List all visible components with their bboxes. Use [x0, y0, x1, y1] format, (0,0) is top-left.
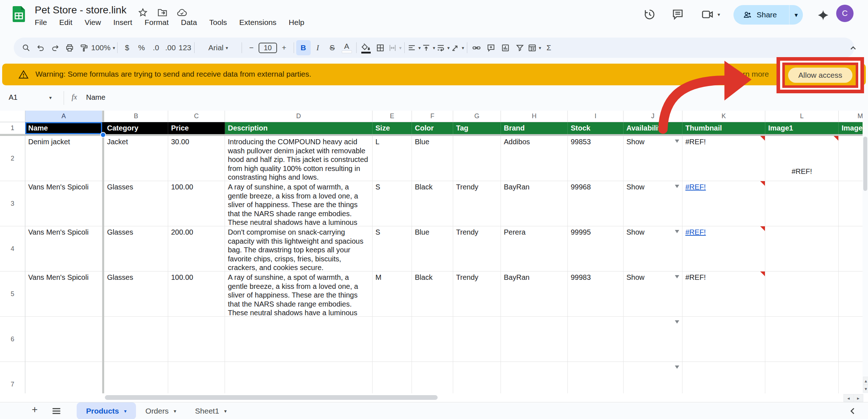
- cell-F5[interactable]: Black: [412, 272, 453, 317]
- header-cell-color[interactable]: Color: [412, 122, 453, 134]
- cell-C3[interactable]: 100.00: [168, 181, 225, 226]
- cell-G2[interactable]: [453, 136, 501, 181]
- vertical-scrollbar[interactable]: [863, 111, 868, 393]
- header-cell-image1[interactable]: Image1: [765, 122, 839, 134]
- merge-cells-button[interactable]: ▾: [388, 40, 402, 55]
- cell-H4[interactable]: Perera: [501, 226, 568, 272]
- cell-B6[interactable]: [104, 317, 168, 362]
- menu-tools[interactable]: Tools: [209, 18, 227, 27]
- borders-button[interactable]: [373, 40, 388, 55]
- text-color-button[interactable]: A: [340, 40, 354, 55]
- vertical-scrollbar-thumb[interactable]: [863, 137, 867, 191]
- grid-corner[interactable]: [0, 111, 25, 122]
- horizontal-scrollbar[interactable]: [0, 393, 868, 402]
- cell-M2[interactable]: [839, 136, 863, 181]
- cell-E6[interactable]: [373, 317, 412, 362]
- cell-J7[interactable]: [624, 362, 682, 393]
- cell-F2[interactable]: Blue: [412, 136, 453, 181]
- fill-color-button[interactable]: [359, 40, 373, 55]
- cell-M4[interactable]: [839, 226, 863, 272]
- horizontal-scrollbar-thumb[interactable]: [105, 395, 438, 400]
- menu-view[interactable]: View: [85, 18, 101, 27]
- sheets-logo-icon[interactable]: [10, 5, 27, 27]
- header-cell-availability[interactable]: Availability: [624, 122, 682, 134]
- menu-extensions[interactable]: Extensions: [239, 18, 277, 27]
- insert-chart-button[interactable]: [498, 40, 513, 55]
- meet-camera-icon[interactable]: [701, 8, 714, 21]
- header-cell-category[interactable]: Category: [104, 122, 168, 134]
- row-header-1[interactable]: 1: [0, 122, 25, 134]
- cell-D6[interactable]: [225, 317, 373, 362]
- column-header-M[interactable]: M: [839, 111, 863, 122]
- header-cell-brand[interactable]: Brand: [501, 122, 568, 134]
- header-cell-stock[interactable]: Stock: [568, 122, 624, 134]
- font-size-button[interactable]: 10: [259, 40, 277, 55]
- cell-E4[interactable]: S: [373, 226, 412, 272]
- move-to-folder-icon[interactable]: [157, 7, 168, 18]
- italic-button[interactable]: I: [311, 40, 325, 55]
- cell-F6[interactable]: [412, 317, 453, 362]
- cell-A6[interactable]: [25, 317, 102, 362]
- column-header-I[interactable]: I: [568, 111, 624, 122]
- search-button[interactable]: [19, 40, 33, 55]
- header-cell-name[interactable]: Name: [25, 122, 102, 134]
- menu-edit[interactable]: Edit: [59, 18, 72, 27]
- allow-access-button[interactable]: Allow access: [788, 68, 852, 83]
- row-header-4[interactable]: 4: [0, 226, 25, 272]
- formula-bar-value[interactable]: Name: [86, 93, 105, 102]
- collapse-toolbar-icon[interactable]: [848, 43, 859, 54]
- cell-D2[interactable]: Introducing the COMPOUND heavy acid wash…: [225, 136, 373, 181]
- cell-E7[interactable]: [373, 362, 412, 393]
- cell-E5[interactable]: M: [373, 272, 412, 317]
- cell-C2[interactable]: 30.00: [168, 136, 225, 181]
- menu-format[interactable]: Format: [145, 18, 169, 27]
- decrease-font-size-button[interactable]: −: [244, 40, 259, 55]
- row-header-7[interactable]: 7: [0, 362, 25, 393]
- header-cell-image2[interactable]: Image2: [839, 122, 863, 134]
- column-header-D[interactable]: D: [225, 111, 373, 122]
- cell-B7[interactable]: [104, 362, 168, 393]
- cell-M5[interactable]: [839, 272, 863, 317]
- scroll-right-button[interactable]: ▸: [853, 394, 863, 402]
- cell-M7[interactable]: [839, 362, 863, 393]
- insert-comment-button[interactable]: [484, 40, 498, 55]
- star-icon[interactable]: [137, 7, 148, 18]
- sheet-tab-sheet1[interactable]: Sheet1▾: [186, 402, 236, 419]
- decrease-decimals-button[interactable]: .0: [149, 40, 163, 55]
- name-box-caret[interactable]: ▾: [49, 95, 52, 101]
- functions-button[interactable]: Σ: [542, 40, 556, 55]
- availability-dropdown-caret[interactable]: [675, 185, 679, 188]
- cell-E2[interactable]: L: [373, 136, 412, 181]
- table-views-button[interactable]: ▾: [527, 40, 542, 55]
- undo-button[interactable]: [33, 40, 48, 55]
- version-history-icon[interactable]: [643, 8, 656, 21]
- insert-link-button[interactable]: [469, 40, 484, 55]
- font-family-button[interactable]: Arial▾: [197, 40, 239, 55]
- cell-F4[interactable]: Blue: [412, 226, 453, 272]
- zoom-button[interactable]: 100%▾: [91, 40, 115, 55]
- cell-K6[interactable]: [682, 317, 765, 362]
- row-header-2[interactable]: 2: [0, 136, 25, 181]
- menu-insert[interactable]: Insert: [113, 18, 132, 27]
- cell-B5[interactable]: Glasses: [104, 272, 168, 317]
- header-cell-description[interactable]: Description: [225, 122, 373, 134]
- ref-error-link[interactable]: #REF!: [685, 228, 706, 236]
- share-button[interactable]: Share ▼: [733, 5, 803, 25]
- cell-F3[interactable]: Black: [412, 181, 453, 226]
- scroll-up-button[interactable]: ▴: [863, 377, 868, 385]
- cell-M3[interactable]: [839, 181, 863, 226]
- cell-K3[interactable]: #REF!: [682, 181, 765, 226]
- cell-C6[interactable]: [168, 317, 225, 362]
- format-currency-button[interactable]: $: [120, 40, 134, 55]
- cell-J5[interactable]: Show: [624, 272, 682, 317]
- increase-decimals-button[interactable]: .00: [163, 40, 178, 55]
- add-sheet-button[interactable]: +: [28, 404, 41, 415]
- sheet-tab-caret[interactable]: ▾: [224, 408, 227, 414]
- availability-dropdown-caret[interactable]: [675, 365, 679, 369]
- sheet-tab-caret[interactable]: ▾: [124, 408, 127, 414]
- cell-J3[interactable]: Show: [624, 181, 682, 226]
- name-box[interactable]: A1: [9, 93, 17, 102]
- print-button[interactable]: [62, 40, 77, 55]
- menu-help[interactable]: Help: [289, 18, 304, 27]
- row-header-3[interactable]: 3: [0, 181, 25, 226]
